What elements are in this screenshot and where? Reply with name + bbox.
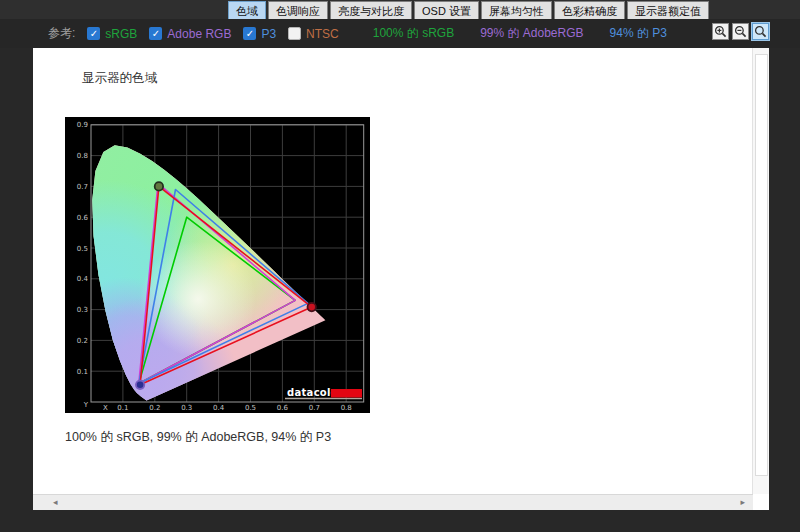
- svg-text:0.4: 0.4: [77, 275, 89, 283]
- srgb-coverage: 100% 的 sRGB: [373, 25, 454, 42]
- tab-strip: 色域 色调响应 亮度与对比度 OSD 设置 屏幕均匀性 色彩精确度 显示器额定值: [228, 1, 709, 20]
- svg-text:0.2: 0.2: [149, 404, 160, 412]
- p3-coverage: 94% 的 P3: [610, 25, 667, 42]
- content-panel: 显示器的色域: [33, 48, 769, 510]
- tab-monitor-rating[interactable]: 显示器额定值: [627, 1, 709, 20]
- adobergb-coverage: 99% 的 AdobeRGB: [480, 25, 583, 42]
- tab-brightness-contrast[interactable]: 亮度与对比度: [330, 1, 412, 20]
- tab-bar: 色域 色调响应 亮度与对比度 OSD 设置 屏幕均匀性 色彩精确度 显示器额定值: [0, 0, 800, 19]
- svg-text:0.7: 0.7: [309, 404, 320, 412]
- horizontal-scrollbar[interactable]: ◂ ▸: [33, 494, 753, 510]
- zoom-out-icon: [734, 25, 747, 38]
- toolbar: 参考: sRGB Adobe RGB P3 NTSC 100% 的 sRGB 9…: [0, 19, 800, 48]
- scrollbar-corner: [753, 494, 769, 510]
- gamut-summary-caption: 100% 的 sRGB, 99% 的 AdobeRGB, 94% 的 P3: [65, 429, 331, 446]
- adobergb-checkbox-group[interactable]: Adobe RGB: [149, 27, 231, 41]
- p3-label: P3: [261, 27, 276, 41]
- svg-text:0.1: 0.1: [117, 404, 128, 412]
- srgb-checkbox[interactable]: [87, 27, 100, 40]
- svg-text:0.8: 0.8: [341, 404, 352, 412]
- app-window: 色域 色调响应 亮度与对比度 OSD 设置 屏幕均匀性 色彩精确度 显示器额定值…: [0, 0, 800, 532]
- chromaticity-chart: X0.10.20.30.40.50.60.70.8Y0.10.20.30.40.…: [65, 117, 370, 413]
- zoom-button-group: [712, 23, 769, 40]
- svg-text:0.6: 0.6: [277, 404, 289, 412]
- svg-text:Y: Y: [83, 401, 89, 409]
- svg-text:0.5: 0.5: [77, 245, 88, 253]
- zoom-reset-button[interactable]: [752, 23, 769, 40]
- tab-color-accuracy[interactable]: 色彩精确度: [554, 1, 625, 20]
- srgb-checkbox-group[interactable]: sRGB: [87, 27, 137, 41]
- svg-text:0.3: 0.3: [181, 404, 192, 412]
- gamut-coverage-results: 100% 的 sRGB 99% 的 AdobeRGB 94% 的 P3: [373, 25, 667, 42]
- zoom-in-icon: [714, 25, 727, 38]
- svg-text:0.3: 0.3: [77, 306, 88, 314]
- ntsc-label: NTSC: [306, 27, 339, 41]
- svg-text:0.9: 0.9: [77, 121, 88, 129]
- ntsc-checkbox-group[interactable]: NTSC: [288, 27, 339, 41]
- svg-text:0.8: 0.8: [77, 152, 88, 160]
- tab-gamut[interactable]: 色域: [228, 1, 266, 20]
- p3-checkbox-group[interactable]: P3: [243, 27, 276, 41]
- ntsc-checkbox[interactable]: [288, 27, 301, 40]
- adobergb-label: Adobe RGB: [167, 27, 231, 41]
- svg-text:X: X: [103, 404, 108, 412]
- svg-text:0.5: 0.5: [245, 404, 256, 412]
- zoom-in-button[interactable]: [712, 23, 729, 40]
- page-title: 显示器的色域: [82, 70, 157, 87]
- p3-checkbox[interactable]: [243, 27, 256, 40]
- svg-text:0.1: 0.1: [77, 368, 88, 376]
- svg-text:0.6: 0.6: [77, 214, 89, 222]
- tab-screen-uniformity[interactable]: 屏幕均匀性: [481, 1, 552, 20]
- tab-osd-settings[interactable]: OSD 设置: [414, 1, 479, 20]
- svg-text:0.7: 0.7: [77, 183, 88, 191]
- adobergb-checkbox[interactable]: [149, 27, 162, 40]
- scroll-left-arrow-icon[interactable]: ◂: [53, 496, 58, 509]
- svg-text:0.2: 0.2: [77, 337, 88, 345]
- svg-text:0.4: 0.4: [213, 404, 225, 412]
- vertical-scrollbar[interactable]: [752, 48, 769, 495]
- magnifier-icon: [754, 25, 767, 38]
- zoom-out-button[interactable]: [732, 23, 749, 40]
- vertical-scrollbar-thumb[interactable]: [755, 54, 768, 476]
- reference-label: 参考:: [48, 25, 75, 42]
- srgb-label: sRGB: [105, 27, 137, 41]
- scroll-right-arrow-icon[interactable]: ▸: [740, 496, 745, 509]
- tab-tone-response[interactable]: 色调响应: [268, 1, 328, 20]
